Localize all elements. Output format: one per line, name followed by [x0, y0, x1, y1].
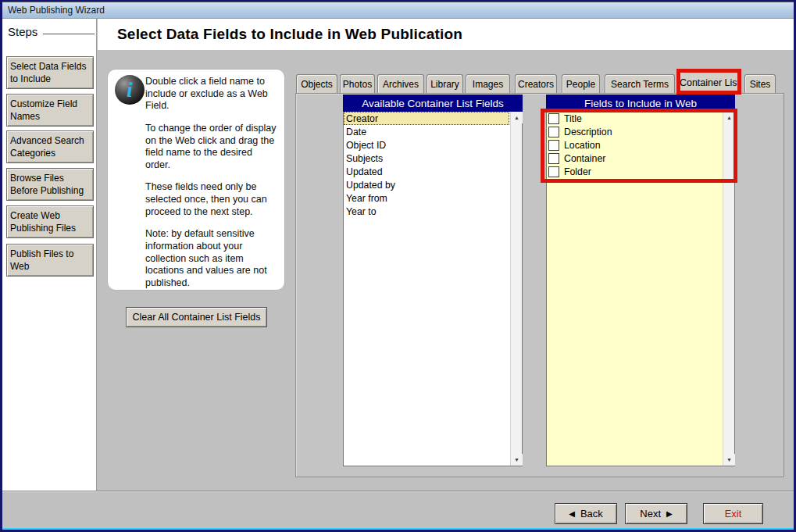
- tab-archives[interactable]: Archives: [377, 74, 424, 93]
- include-fields-scrollbar[interactable]: ▲ ▼: [723, 112, 734, 466]
- tab-search-terms[interactable]: Search Terms: [605, 74, 675, 93]
- tab-container-list[interactable]: Container List: [680, 71, 740, 94]
- info-paragraph: These fields need only be selected once,…: [145, 181, 278, 218]
- tab-library[interactable]: Library: [427, 74, 463, 93]
- next-button[interactable]: Next ▶: [625, 503, 687, 524]
- tab-photos[interactable]: Photos: [340, 74, 375, 93]
- include-item-label: Container: [564, 153, 605, 164]
- tab-images[interactable]: Images: [466, 74, 510, 93]
- checkbox-title[interactable]: [548, 113, 559, 124]
- sidebar-item-create-web-files[interactable]: Create Web Publishing Files: [6, 205, 94, 238]
- list-item-updated[interactable]: Updated: [344, 165, 509, 178]
- available-fields-list: Creator Date Object ID Subjects Updated …: [343, 112, 523, 466]
- checkbox-folder[interactable]: [548, 166, 559, 177]
- tab-sites[interactable]: Sites: [744, 74, 776, 93]
- steps-sidebar: Steps Select Data Fields to Include Cust…: [2, 19, 97, 491]
- include-item-location[interactable]: Location: [547, 138, 722, 152]
- tab-people[interactable]: People: [562, 74, 600, 93]
- exit-button-label: Exit: [725, 508, 742, 520]
- window-title: Web Publishing Wizard: [8, 5, 105, 16]
- sidebar-item-publish-files[interactable]: Publish Files to Web: [6, 244, 94, 277]
- page-title: Select Data Fields to Include in Web Pub…: [117, 26, 462, 43]
- clear-all-container-list-fields-button[interactable]: Clear All Container List Fields: [126, 307, 267, 327]
- sidebar-item-customize-field-names[interactable]: Customize Field Names: [6, 94, 94, 127]
- checkbox-container[interactable]: [548, 153, 559, 164]
- include-fields-header: Fields to Include in Web: [546, 95, 735, 112]
- sidebar-item-select-data-fields[interactable]: Select Data Fields to Include: [6, 56, 94, 89]
- checkbox-description[interactable]: [548, 127, 559, 137]
- available-fields-header: Available Container List Fields: [343, 95, 523, 112]
- include-item-label: Title: [564, 113, 582, 124]
- main-content: i Double click a field name to include o…: [98, 50, 794, 491]
- info-paragraph: Note: by default sensitive information a…: [145, 228, 278, 289]
- list-item-year-from[interactable]: Year from: [344, 191, 509, 205]
- include-item-description[interactable]: Description: [547, 125, 722, 138]
- list-item-date[interactable]: Date: [344, 125, 509, 138]
- scroll-up-icon[interactable]: ▲: [723, 112, 735, 123]
- tab-objects[interactable]: Objects: [296, 74, 337, 93]
- info-paragraph: To change the order of display on the We…: [145, 123, 278, 172]
- checkbox-location[interactable]: [548, 140, 559, 151]
- scroll-down-icon[interactable]: ▼: [723, 454, 735, 466]
- info-panel: i Double click a field name to include o…: [107, 69, 285, 291]
- sidebar-item-advanced-search-categories[interactable]: Advanced Search Categories: [6, 130, 94, 163]
- include-fields-list: Title Description Location Container Fol…: [546, 112, 735, 466]
- include-item-label: Location: [564, 140, 601, 151]
- list-item-year-to[interactable]: Year to: [344, 205, 509, 218]
- list-item-object-id[interactable]: Object ID: [344, 138, 509, 152]
- list-item-updated-by[interactable]: Updated by: [344, 178, 509, 191]
- info-icon: i: [115, 75, 145, 105]
- back-button[interactable]: ◀ Back: [555, 503, 617, 524]
- scroll-up-icon[interactable]: ▲: [511, 112, 523, 123]
- exit-button[interactable]: Exit: [703, 503, 763, 524]
- list-item-subjects[interactable]: Subjects: [344, 152, 509, 165]
- footer-bar: ◀ Back Next ▶ Exit: [2, 491, 794, 528]
- info-panel-text: Double click a field name to include or …: [145, 76, 278, 299]
- available-fields-scrollbar[interactable]: ▲ ▼: [510, 112, 522, 466]
- tab-creators[interactable]: Creators: [515, 74, 557, 93]
- page-header: Select Data Fields to Include in Web Pub…: [98, 19, 794, 50]
- include-item-folder[interactable]: Folder: [547, 165, 722, 178]
- next-arrow-icon: ▶: [666, 510, 673, 518]
- steps-heading: Steps: [8, 25, 37, 38]
- include-item-label: Description: [564, 127, 612, 137]
- include-item-title[interactable]: Title: [547, 112, 722, 125]
- back-button-label: Back: [580, 508, 603, 520]
- list-item-creator[interactable]: Creator: [344, 112, 509, 125]
- scroll-down-icon[interactable]: ▼: [511, 454, 523, 466]
- include-item-label: Folder: [564, 166, 591, 177]
- back-arrow-icon: ◀: [569, 510, 575, 518]
- title-bar[interactable]: Web Publishing Wizard: [2, 2, 794, 19]
- info-paragraph: Double click a field name to include or …: [145, 76, 278, 112]
- steps-heading-rule: [43, 34, 95, 34]
- include-item-container[interactable]: Container: [547, 152, 722, 165]
- next-button-label: Next: [640, 508, 661, 520]
- sidebar-item-browse-files[interactable]: Browse Files Before Publishing: [6, 168, 94, 201]
- web-publishing-wizard-window: Web Publishing Wizard Steps Select Data …: [0, 0, 796, 532]
